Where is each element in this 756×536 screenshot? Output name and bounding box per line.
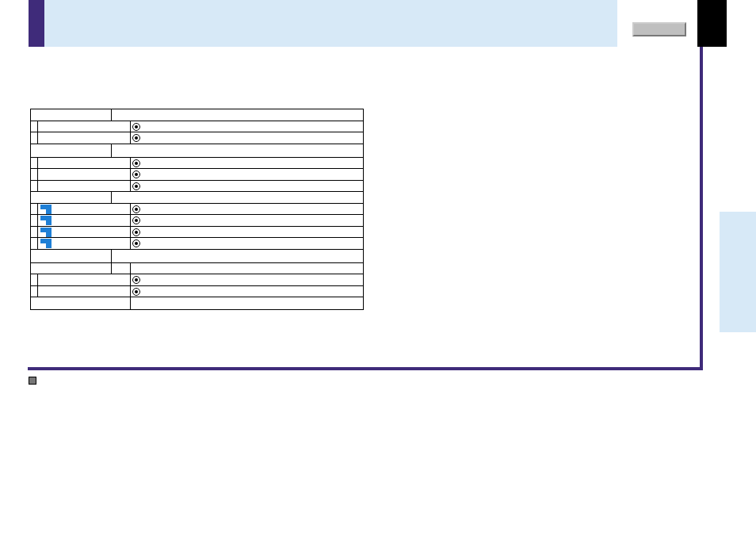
table-row — [30, 132, 364, 144]
side-tab[interactable] — [720, 212, 756, 332]
footer-icon — [29, 377, 36, 385]
page-icon — [40, 205, 52, 214]
table-footer-row — [30, 297, 364, 310]
options-table — [30, 109, 364, 310]
table-row — [30, 285, 364, 297]
header-black-accent — [697, 0, 727, 47]
table-row — [30, 226, 364, 238]
radio-icon[interactable] — [132, 134, 140, 142]
page-icon — [40, 239, 52, 248]
table-row — [30, 121, 364, 132]
table-header-row — [30, 144, 364, 157]
table-header-row — [30, 191, 364, 203]
radio-icon[interactable] — [132, 276, 140, 284]
radio-icon[interactable] — [132, 170, 140, 178]
content-area — [28, 47, 703, 370]
radio-icon[interactable] — [132, 288, 140, 296]
table-header-row — [30, 109, 364, 121]
table-row — [30, 203, 364, 215]
radio-icon[interactable] — [132, 216, 140, 224]
radio-icon[interactable] — [132, 228, 140, 236]
table-header-row — [30, 262, 364, 274]
radio-icon[interactable] — [132, 182, 140, 190]
radio-icon[interactable] — [132, 239, 140, 247]
header-button[interactable] — [632, 22, 686, 36]
table-row — [30, 274, 364, 285]
table-row — [30, 157, 364, 169]
table-row — [30, 168, 364, 180]
table-row — [30, 237, 364, 249]
radio-icon[interactable] — [132, 159, 140, 167]
radio-icon[interactable] — [132, 123, 140, 131]
table-row — [30, 214, 364, 226]
header-bar — [29, 0, 756, 47]
table-header-row — [30, 249, 364, 262]
header-purple-accent — [29, 0, 44, 47]
page-icon — [40, 228, 52, 237]
table-row — [30, 180, 364, 192]
radio-icon[interactable] — [132, 205, 140, 213]
page-icon — [40, 216, 52, 225]
header-title-area — [44, 0, 617, 47]
